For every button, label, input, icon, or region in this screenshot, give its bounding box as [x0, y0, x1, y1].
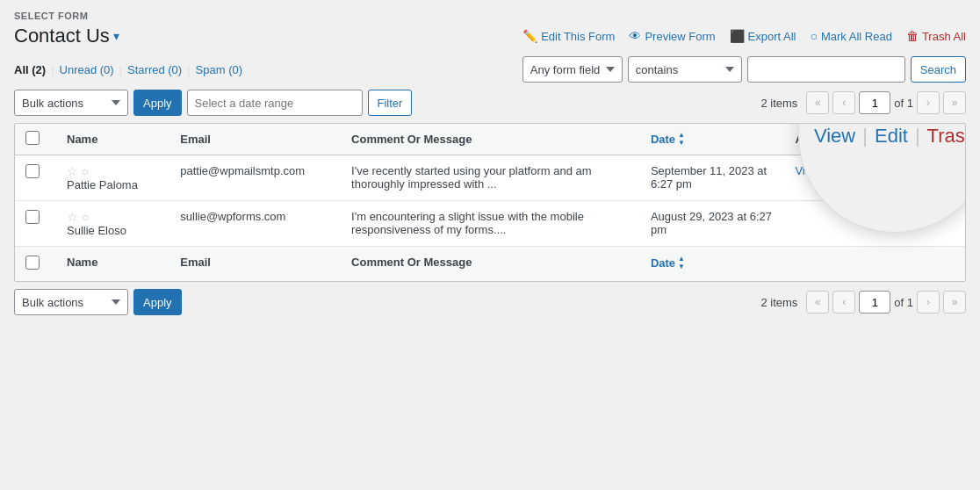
select-form-label: SELECT FORM: [14, 11, 966, 21]
select-all-checkbox[interactable]: [25, 131, 40, 145]
export-icon: ⬛: [730, 29, 745, 43]
trash-all-label: Trash All: [922, 30, 966, 43]
tab-unread[interactable]: Unread (0): [60, 63, 114, 76]
export-all-link[interactable]: ⬛ Export All: [730, 29, 796, 43]
row2-name-cell: ☆ ○ Sullie Eloso: [56, 201, 169, 247]
row1-name-cell: ☆ ○ Pattie Paloma: [56, 155, 169, 201]
filter-button[interactable]: Filter: [368, 90, 413, 116]
row2-email-cell: sullie@wpforms.com: [169, 201, 341, 247]
bulk-actions-select[interactable]: Bulk actions Delete Mark as Read Mark as…: [14, 90, 128, 116]
page-last-button-bottom[interactable]: »: [943, 291, 966, 313]
date-label: Date: [651, 133, 675, 146]
footer-actions-cell: [784, 247, 965, 282]
row2-name: Sullie Eloso: [67, 224, 159, 237]
page-last-button[interactable]: »: [943, 91, 966, 114]
footer-sort-down-icon: ▼: [678, 263, 685, 270]
table-footer-header-row: Name Email Comment Or Message Date ▲ ▼: [15, 247, 965, 282]
footer-message-cell: Comment Or Message: [341, 247, 640, 282]
magnify-content: View | Edit | Trash: [814, 125, 966, 148]
search-button[interactable]: Search: [911, 56, 966, 83]
col-date-header[interactable]: Date ▲ ▼: [640, 124, 785, 155]
date-range-input[interactable]: [187, 90, 363, 116]
form-title: Contact Us ▾: [14, 25, 119, 47]
edit-form-link[interactable]: ✏️ Edit This Form: [522, 29, 615, 43]
row2-star-icon[interactable]: ☆: [67, 210, 78, 224]
page-next-button-bottom[interactable]: ›: [917, 291, 940, 313]
export-all-label: Export All: [748, 30, 796, 43]
preview-form-link[interactable]: 👁 Preview Form: [629, 29, 715, 43]
preview-form-label: Preview Form: [645, 30, 715, 43]
col-name-header: Name: [56, 124, 169, 155]
col-email-header: Email: [169, 124, 341, 155]
page-first-button[interactable]: «: [806, 91, 829, 114]
row1-read-icon[interactable]: ○: [82, 164, 89, 178]
mark-all-read-label: Mark All Read: [821, 30, 892, 43]
filter-tabs: All (2) | Unread (0) | Starred (0) | Spa…: [14, 63, 515, 76]
row1-check-cell: [15, 155, 56, 201]
title-row: Contact Us ▾ ✏️ Edit This Form 👁 Preview…: [14, 25, 966, 47]
magnify-sep-2: |: [915, 125, 920, 148]
items-count: 2 items: [760, 97, 797, 110]
footer-date-cell[interactable]: Date ▲ ▼: [640, 247, 785, 282]
magnify-view-link[interactable]: View: [814, 125, 855, 148]
apply-button[interactable]: Apply: [133, 90, 182, 116]
mark-read-icon: ○: [811, 29, 818, 43]
col-message-header: Comment Or Message: [341, 124, 640, 155]
row2-check-cell: [15, 201, 56, 247]
condition-select[interactable]: contains does not contain equals begins …: [628, 56, 742, 83]
form-dropdown-chevron[interactable]: ▾: [113, 29, 119, 43]
page-next-button[interactable]: ›: [917, 91, 940, 114]
tab-starred[interactable]: Starred (0): [127, 63, 182, 76]
pagination-bottom: 2 items « ‹ of 1 › »: [760, 291, 966, 313]
page-first-button-bottom[interactable]: «: [806, 291, 829, 313]
footer-date-label: Date: [651, 256, 675, 270]
footer-name-cell: Name: [56, 247, 169, 282]
row2-email: sullie@wpforms.com: [180, 210, 285, 223]
page-of-label-bottom: of 1: [894, 296, 913, 309]
magnify-edit-link[interactable]: Edit: [875, 125, 908, 148]
row2-date-cell: August 29, 2023 at 6:27 pm: [640, 201, 785, 247]
magnify-sep-1: |: [862, 125, 868, 148]
mark-all-read-link[interactable]: ○ Mark All Read: [811, 29, 892, 43]
table-row: ☆ ○ Sullie Eloso sullie@wpforms.com I'm …: [15, 201, 965, 247]
footer-email-cell: Email: [169, 247, 341, 282]
row2-read-icon[interactable]: ○: [82, 210, 89, 224]
eye-icon: 👁: [629, 29, 641, 43]
bulk-actions-row: Bulk actions Delete Mark as Read Mark as…: [14, 90, 966, 116]
page-prev-button-bottom[interactable]: ‹: [832, 291, 855, 313]
page-number-input[interactable]: [859, 91, 890, 114]
field-select[interactable]: Any form field Name Email Message: [522, 56, 623, 83]
row1-email: pattie@wpmailsmtp.com: [180, 164, 305, 177]
bulk-actions-select-bottom[interactable]: Bulk actions Delete Mark as Read: [14, 289, 128, 315]
items-count-bottom: 2 items: [760, 296, 797, 309]
row2-date: August 29, 2023 at 6:27 pm: [651, 210, 772, 236]
page-prev-button[interactable]: ‹: [832, 91, 855, 114]
tab-spam[interactable]: Spam (0): [196, 63, 242, 76]
footer-date-sort-link[interactable]: Date ▲ ▼: [651, 256, 685, 270]
row1-star-icon[interactable]: ☆: [67, 164, 78, 178]
page-of-label: of 1: [894, 97, 913, 110]
date-sort-link[interactable]: Date ▲ ▼: [651, 132, 685, 147]
col-check-header: [15, 124, 56, 155]
sort-up-icon: ▲: [678, 132, 685, 139]
row1-message: I've recently started using your platfor…: [351, 164, 591, 191]
pagination-top: 2 items « ‹ of 1 › »: [760, 91, 966, 114]
tab-all[interactable]: All (2): [14, 63, 46, 76]
row2-message-cell: I'm encountering a slight issue with the…: [341, 201, 640, 247]
entries-table-wrap: Name Email Comment Or Message Date ▲ ▼ A…: [14, 123, 966, 282]
magnify-trash-link[interactable]: Trash: [927, 125, 966, 148]
apply-button-bottom[interactable]: Apply: [133, 289, 182, 315]
trash-icon: 🗑: [906, 29, 919, 43]
row1-checkbox[interactable]: [25, 164, 40, 178]
sort-down-icon: ▼: [678, 140, 685, 147]
filter-row: All (2) | Unread (0) | Starred (0) | Spa…: [14, 56, 966, 83]
footer-checkbox[interactable]: [25, 256, 40, 270]
row1-name: Pattie Paloma: [67, 178, 159, 191]
trash-all-link[interactable]: 🗑 Trash All: [906, 29, 966, 43]
row2-message: I'm encountering a slight issue with the…: [351, 210, 584, 236]
row2-checkbox[interactable]: [25, 210, 40, 224]
row1-email-cell: pattie@wpmailsmtp.com: [169, 155, 341, 201]
page-number-input-bottom[interactable]: [859, 291, 890, 313]
edit-form-label: Edit This Form: [541, 30, 615, 43]
search-input[interactable]: [747, 56, 905, 83]
